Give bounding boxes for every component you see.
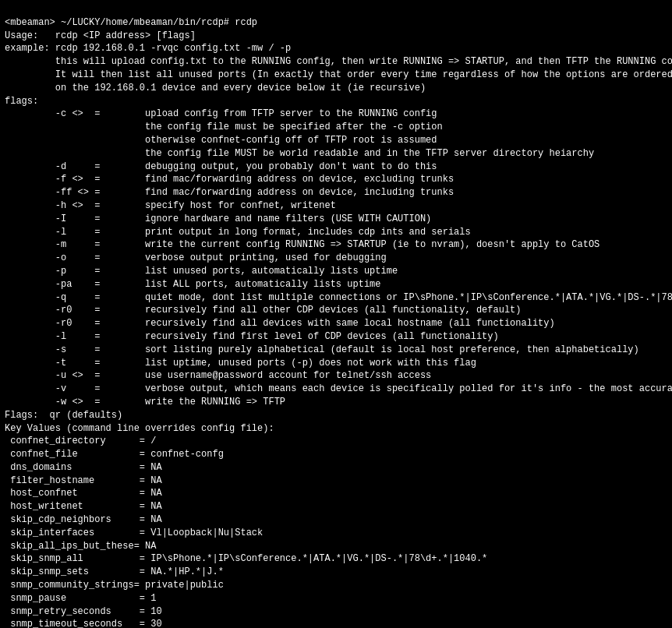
terminal-line: -w <> = write the RUNNING => TFTP [5,396,667,409]
terminal-line: -m = write the current config RUNNING =>… [5,238,667,252]
terminal-line: -p = list unused ports, automatically li… [5,265,667,278]
terminal-line: this will upload config.txt to the RUNNI… [5,55,667,69]
terminal-line: confnet_directory = / [5,435,667,448]
terminal-output: <mbeaman> ~/LUCKY/home/mbeaman/bin/rcdp#… [5,3,667,628]
terminal-line: -q = quiet mode, dont list multiple conn… [5,291,667,305]
terminal-line: Key Values (command line overrides confi… [5,422,667,436]
terminal-line: the config file MUST be world readable a… [5,147,667,161]
terminal-line: the config file must be specified after … [5,121,667,134]
terminal-line: -r0 = recursively find all devices with … [5,317,667,330]
terminal-line: otherwise confnet-config off of TFTP roo… [5,134,667,147]
terminal-line: <mbeaman> ~/LUCKY/home/mbeaman/bin/rcdp#… [5,16,667,30]
terminal-line: -I = ignore hardware and name filters (U… [5,213,667,226]
terminal-line: flags: [5,95,667,108]
terminal-line: dns_domains = NA [5,461,667,475]
terminal-line: -f <> = find mac/forwarding address on d… [5,173,667,186]
terminal-line: -d = debugging output, you probably don'… [5,161,667,174]
terminal-line: skip_cdp_neighbors = NA [5,513,667,527]
terminal-line: snmp_community_strings= private|public [5,579,667,592]
terminal-line: -c <> = upload config from TFTP server t… [5,108,667,121]
terminal-line: host_confnet = NA [5,487,667,500]
terminal-line: It will then list all unused ports (In e… [5,69,667,82]
terminal-line: -u <> = use username@password account fo… [5,369,667,383]
terminal-line: host_writenet = NA [5,500,667,513]
terminal-line: -r0 = recursively find all other CDP dev… [5,304,667,317]
terminal-line: Usage: rcdp <IP address> [flags] [5,30,667,43]
terminal-line: -o = verbose output printing, used for d… [5,252,667,265]
terminal-line: snmp_timeout_seconds = 30 [5,618,667,628]
terminal-line: Flags: qr (defaults) [5,409,667,422]
terminal-line: -l = print output in long format, includ… [5,226,667,239]
terminal-line: skip_snmp_all = IP\sPhone.*|IP\sConferen… [5,552,667,566]
terminal-line: skip_all_ips_but_these= NA [5,540,667,553]
terminal-line: confnet_file = confnet-confg [5,448,667,461]
terminal-line: -t = list uptime, unused ports (-p) does… [5,357,667,370]
terminal-line: skip_interfaces = Vl|Loopback|Nu|Stack [5,527,667,540]
terminal-line: filter_hostname = NA [5,475,667,488]
terminal-line: -pa = list ALL ports, automatically list… [5,278,667,291]
terminal-line: skip_snmp_sets = NA.*|HP.*|J.* [5,566,667,579]
terminal-line: snmp_pause = 1 [5,592,667,605]
terminal-line: on the 192.168.0.1 device and every devi… [5,82,667,95]
terminal-line: -l = recursively find first level of CDP… [5,330,667,344]
terminal-line: -h <> = specify host for confnet, writen… [5,199,667,213]
terminal-line: -s = sort listing purely alphabetical (d… [5,344,667,357]
terminal-line: -v = verbose output, which means each de… [5,383,667,396]
terminal-line: snmp_retry_seconds = 10 [5,605,667,619]
terminal-line: -ff <> = find mac/forwarding address on … [5,186,667,199]
terminal-line: example: rcdp 192.168.0.1 -rvqc config.t… [5,42,667,55]
